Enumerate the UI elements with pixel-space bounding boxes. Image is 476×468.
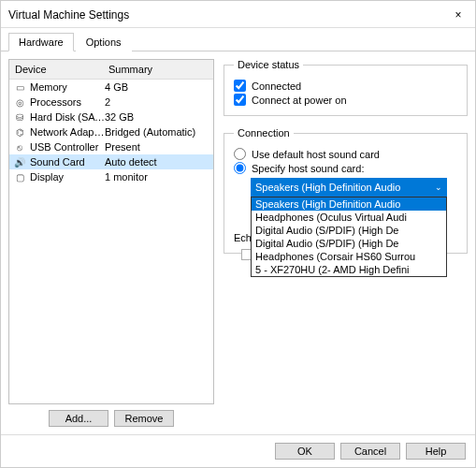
connect-poweron-checkbox[interactable]: Connect at power on (234, 94, 457, 106)
connected-input[interactable] (234, 80, 246, 92)
specify-radio[interactable]: Specify host sound card: (234, 162, 457, 174)
col-summary: Summary (103, 60, 213, 79)
device-row-display[interactable]: ▢Display1 monitor (9, 169, 213, 184)
chevron-down-icon: ⌄ (435, 183, 442, 192)
add-button[interactable]: Add... (49, 410, 108, 427)
window-title: Virtual Machine Settings (8, 8, 129, 22)
tab-options[interactable]: Options (76, 33, 132, 51)
device-name: Sound Card (30, 156, 105, 168)
device-list-header: Device Summary (9, 60, 213, 80)
tab-hardware[interactable]: Hardware (8, 33, 74, 51)
device-row-memory[interactable]: ▭Memory4 GB (9, 80, 213, 95)
col-device: Device (9, 60, 103, 79)
device-summary: Present (105, 141, 213, 153)
dropdown-option[interactable]: Digital Audio (S/PDIF) (High De (252, 237, 446, 250)
usb-icon: ⎋ (12, 140, 27, 154)
device-name: Processors (30, 96, 105, 108)
select-value: Speakers (High Definition Audio (255, 182, 400, 193)
left-pane: Device Summary ▭Memory4 GB◎Processors2⛁H… (8, 59, 214, 427)
device-list-body: ▭Memory4 GB◎Processors2⛁Hard Disk (SATA)… (9, 80, 213, 184)
dropdown-option[interactable]: Speakers (High Definition Audio (252, 197, 446, 211)
connection-group: Connection Use default host sound card S… (224, 127, 468, 254)
use-default-radio[interactable]: Use default host sound card (234, 148, 457, 160)
device-row-network[interactable]: ⌬Network AdapterBridged (Automatic) (9, 124, 213, 139)
specify-label: Specify host sound card: (252, 163, 364, 174)
device-summary: 32 GB (105, 111, 213, 123)
device-row-usb[interactable]: ⎋USB ControllerPresent (9, 139, 213, 154)
device-list-buttons: Add... Remove (8, 410, 214, 427)
memory-icon: ▭ (12, 80, 27, 94)
use-default-input[interactable] (234, 148, 246, 160)
device-name: Network Adapter (30, 126, 105, 138)
right-pane: Device status Connected Connect at power… (224, 59, 468, 427)
device-row-processor[interactable]: ◎Processors2 (9, 95, 213, 110)
help-button[interactable]: Help (406, 443, 466, 460)
connected-checkbox[interactable]: Connected (234, 80, 457, 92)
device-row-sound[interactable]: 🔊Sound CardAuto detect (9, 154, 213, 169)
connection-legend: Connection (234, 127, 294, 139)
cancel-button[interactable]: Cancel (340, 443, 400, 460)
device-name: USB Controller (30, 141, 105, 153)
close-icon[interactable]: × (449, 7, 468, 23)
network-icon: ⌬ (12, 125, 27, 139)
device-status-legend: Device status (234, 59, 303, 70)
sound-card-select[interactable]: Speakers (High Definition Audio ⌄ Speake… (251, 178, 457, 197)
ok-button[interactable]: OK (275, 443, 335, 460)
device-row-harddisk[interactable]: ⛁Hard Disk (SATA)32 GB (9, 110, 213, 124)
device-name: Hard Disk (SATA) (30, 111, 105, 123)
device-name: Display (30, 171, 105, 183)
echo-legend-partial: Ech (234, 232, 252, 243)
remove-button[interactable]: Remove (114, 410, 174, 427)
use-default-label: Use default host sound card (252, 149, 380, 160)
device-summary: 1 monitor (105, 171, 213, 183)
tab-bar: Hardware Options (1, 28, 475, 51)
device-summary: Bridged (Automatic) (105, 126, 213, 138)
content-area: Device Summary ▭Memory4 GB◎Processors2⛁H… (1, 51, 475, 434)
processor-icon: ◎ (12, 95, 27, 109)
dialog-buttons: OK Cancel Help (1, 434, 475, 467)
specify-input[interactable] (234, 162, 246, 174)
connect-poweron-label: Connect at power on (252, 95, 347, 106)
connected-label: Connected (252, 80, 301, 92)
device-summary: Auto detect (105, 156, 213, 168)
device-name: Memory (30, 81, 105, 93)
device-summary: 2 (105, 96, 213, 108)
titlebar: Virtual Machine Settings × (1, 1, 475, 28)
dropdown-option[interactable]: Headphones (Corsair HS60 Surrou (252, 250, 446, 263)
connect-poweron-input[interactable] (234, 94, 246, 106)
device-status-group: Device status Connected Connect at power… (224, 59, 468, 116)
sound-icon: 🔊 (12, 155, 27, 168)
harddisk-icon: ⛁ (12, 110, 27, 124)
settings-window: Virtual Machine Settings × Hardware Opti… (0, 0, 476, 468)
device-summary: 4 GB (105, 81, 213, 93)
dropdown-option[interactable]: Headphones (Oculus Virtual Audi (252, 211, 446, 224)
sound-card-dropdown[interactable]: Speakers (High Definition AudioHeadphone… (251, 197, 447, 277)
device-list: Device Summary ▭Memory4 GB◎Processors2⛁H… (8, 59, 214, 404)
dropdown-option[interactable]: Digital Audio (S/PDIF) (High De (252, 224, 446, 237)
dropdown-option[interactable]: 5 - XF270HU (2- AMD High Defini (252, 263, 446, 276)
select-box[interactable]: Speakers (High Definition Audio ⌄ (251, 178, 447, 197)
display-icon: ▢ (12, 170, 27, 183)
